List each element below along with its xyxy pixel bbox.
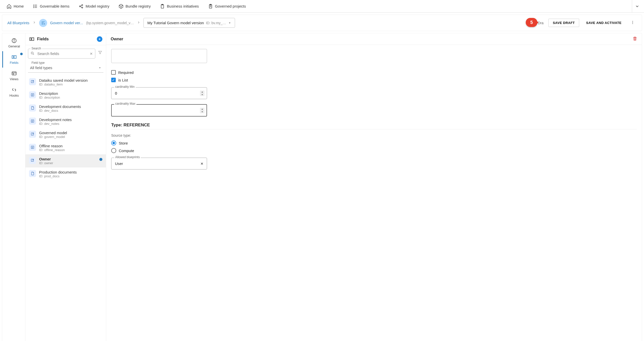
svg-point-29 bbox=[14, 39, 14, 40]
save-activate-button[interactable]: SAVE AND ACTIVATE bbox=[582, 19, 626, 27]
field-list-item[interactable]: Offline reasonID: offline_reason bbox=[25, 141, 106, 154]
nav-business[interactable]: Business initiatives bbox=[155, 0, 203, 13]
svg-line-58 bbox=[32, 159, 34, 160]
svg-rect-36 bbox=[32, 38, 34, 41]
info-icon bbox=[11, 38, 17, 43]
field-type-icon bbox=[29, 170, 36, 177]
remove-chip-button[interactable]: ✕ bbox=[200, 162, 203, 166]
svg-point-4 bbox=[34, 6, 34, 7]
is-list-checkbox-row[interactable]: ✓ is List bbox=[111, 78, 637, 82]
clear-search-button[interactable]: ✕ bbox=[90, 52, 93, 56]
version-selector[interactable]: My Tutorial Govern model version ID: bv.… bbox=[143, 18, 235, 28]
field-item-id: ID: owner bbox=[39, 161, 53, 165]
tab-fields[interactable]: Fields bbox=[2, 51, 25, 68]
radio-selected-icon bbox=[111, 140, 116, 146]
field-item-id: ID: dev_docs bbox=[39, 109, 81, 112]
field-item-title: Owner bbox=[39, 157, 53, 161]
source-compute-radio[interactable]: Compute bbox=[111, 148, 637, 153]
field-item-id: ID: dataiku_item bbox=[39, 82, 88, 86]
nav-governable[interactable]: Governable items bbox=[28, 0, 74, 13]
field-list-item[interactable]: DescriptionID: description bbox=[25, 89, 106, 102]
indicator-dot-icon bbox=[20, 53, 23, 55]
cardinality-max-input[interactable] bbox=[111, 104, 207, 117]
is-list-label: is List bbox=[118, 78, 128, 82]
field-type-icon bbox=[29, 118, 36, 125]
share-icon bbox=[79, 4, 84, 9]
field-list-item[interactable]: Development notesID: dev_notes bbox=[25, 115, 106, 128]
field-item-title: Description bbox=[39, 91, 60, 96]
allowed-blueprints-input[interactable]: User bbox=[111, 158, 207, 169]
field-item-id: ID: dev_notes bbox=[39, 122, 72, 126]
delete-field-button[interactable] bbox=[633, 36, 637, 42]
chevron-down-icon bbox=[635, 4, 639, 9]
nav-home-label: Home bbox=[14, 4, 24, 8]
field-list-item[interactable]: Governed modelID: govern_model bbox=[25, 128, 106, 141]
version-id: ID: bv.my_t... bbox=[206, 21, 226, 25]
fields-header-title: Fields bbox=[37, 37, 94, 41]
field-type-icon bbox=[29, 131, 36, 138]
cardinality-min-input[interactable] bbox=[111, 87, 207, 99]
svg-rect-31 bbox=[14, 56, 16, 59]
breadcrumb-root[interactable]: All Blueprints bbox=[7, 21, 30, 25]
description-textarea[interactable] bbox=[111, 49, 207, 63]
blueprint-badge-icon bbox=[39, 19, 47, 27]
field-type-value: All field types bbox=[30, 66, 52, 70]
checkbox-checked-icon: ✓ bbox=[111, 78, 116, 82]
chevron-right-icon bbox=[137, 21, 140, 25]
svg-rect-30 bbox=[12, 56, 14, 59]
allowed-blueprints-label: Allowed blueprints bbox=[114, 155, 141, 159]
required-checkbox-row[interactable]: Required bbox=[111, 70, 637, 75]
nav-governed-projects[interactable]: Governed projects bbox=[203, 0, 251, 13]
nav-bundle-registry-label: Bundle registry bbox=[126, 4, 151, 8]
field-item-id: ID: govern_model bbox=[39, 135, 67, 139]
svg-marker-23 bbox=[229, 22, 230, 23]
search-label: Search bbox=[31, 47, 42, 50]
version-name: My Tutorial Govern model version bbox=[147, 21, 204, 25]
more-menu[interactable] bbox=[629, 20, 637, 25]
save-draft-button[interactable]: SAVE DRAFT bbox=[548, 19, 579, 27]
fields-column: Fields + Search ✕ Field type All field t… bbox=[25, 33, 106, 341]
field-item-id: ID: offline_reason bbox=[39, 148, 65, 152]
nav-model-registry[interactable]: Model registry bbox=[74, 0, 114, 13]
field-item-id: ID: prod_docs bbox=[39, 174, 77, 178]
field-list-item[interactable]: Development documentsID: dev_docs bbox=[25, 102, 106, 115]
field-list-item[interactable]: Production documentsID: prod_docs bbox=[25, 167, 106, 181]
svg-line-38 bbox=[33, 54, 34, 54]
field-item-title: Development notes bbox=[39, 118, 72, 122]
number-spinner[interactable]: ▲▼ bbox=[200, 91, 204, 96]
svg-point-3 bbox=[34, 5, 34, 5]
source-compute-label: Compute bbox=[119, 149, 134, 153]
views-icon bbox=[11, 71, 17, 76]
field-type-icon bbox=[29, 104, 36, 111]
tab-hooks[interactable]: Hooks bbox=[2, 84, 25, 100]
field-type-icon bbox=[29, 144, 36, 151]
tab-views[interactable]: Views bbox=[2, 68, 25, 84]
field-type-icon bbox=[29, 91, 36, 98]
field-type-icon bbox=[29, 78, 36, 85]
breadcrumb-bar: All Blueprints Govern model ver... (bp.s… bbox=[2, 15, 642, 31]
nav-home[interactable]: Home bbox=[2, 0, 28, 13]
svg-rect-32 bbox=[12, 72, 16, 75]
breadcrumb-blueprint-name[interactable]: Govern model ver... bbox=[50, 21, 83, 25]
field-list-item[interactable]: OwnerID: owner bbox=[25, 154, 106, 167]
field-list-item[interactable]: Dataiku saved model versionID: dataiku_i… bbox=[25, 76, 106, 89]
field-item-title: Governed model bbox=[39, 131, 67, 135]
tab-hooks-label: Hooks bbox=[10, 94, 19, 97]
field-item-title: Production documents bbox=[39, 170, 77, 174]
filter-button[interactable] bbox=[98, 50, 102, 55]
source-store-radio[interactable]: Store bbox=[111, 140, 637, 146]
svg-marker-40 bbox=[99, 67, 101, 68]
detail-panel: Owner Required ✓ is List cardinality Min… bbox=[106, 33, 642, 341]
allowed-blueprints-value: User bbox=[115, 161, 123, 166]
number-spinner[interactable]: ▲▼ bbox=[200, 108, 204, 113]
status-text: Dra bbox=[536, 21, 546, 25]
svg-line-10 bbox=[80, 6, 82, 7]
svg-line-9 bbox=[80, 5, 82, 6]
hooks-icon bbox=[11, 87, 17, 93]
tab-general[interactable]: General bbox=[2, 35, 25, 51]
nav-expand[interactable] bbox=[632, 0, 642, 13]
nav-bundle-registry[interactable]: Bundle registry bbox=[114, 0, 155, 13]
add-field-button[interactable]: + bbox=[97, 36, 102, 42]
nav-governed-projects-label: Governed projects bbox=[215, 4, 246, 8]
radio-unselected-icon bbox=[111, 148, 116, 153]
